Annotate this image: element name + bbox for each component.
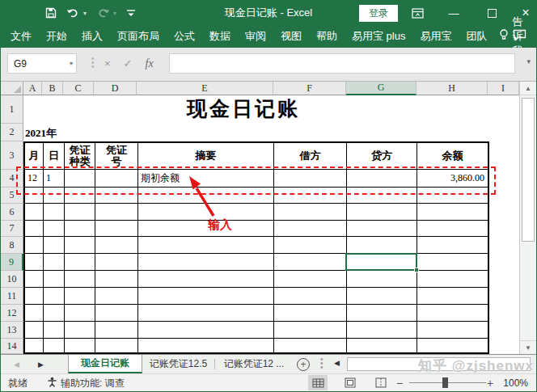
table-cell[interactable]: [95, 322, 138, 339]
view-normal-icon[interactable]: [308, 375, 328, 390]
table-cell[interactable]: [25, 339, 44, 354]
name-box-dropdown-icon[interactable]: ▾: [70, 60, 73, 67]
tab-help[interactable]: 帮助: [309, 25, 345, 48]
row-header-11[interactable]: 11: [1, 288, 23, 305]
tab-view[interactable]: 视图: [273, 25, 309, 48]
login-button[interactable]: 登录: [359, 5, 398, 22]
table-cell[interactable]: [347, 305, 417, 322]
table-cell[interactable]: [25, 254, 44, 271]
table-cell[interactable]: [138, 322, 274, 339]
table-cell[interactable]: [417, 254, 488, 271]
table-cell[interactable]: [65, 237, 95, 254]
vertical-scrollbar-thumb[interactable]: [522, 98, 535, 242]
table-cell[interactable]: [65, 254, 95, 271]
table-cell[interactable]: [138, 339, 274, 354]
table-cell[interactable]: [417, 288, 488, 305]
table-cell[interactable]: [44, 288, 65, 305]
row-header-14[interactable]: 14: [1, 339, 23, 354]
table-cell[interactable]: [95, 271, 138, 288]
table-cell[interactable]: [274, 237, 347, 254]
table-cell[interactable]: [274, 305, 347, 322]
formula-input[interactable]: [169, 53, 515, 74]
table-cell[interactable]: [417, 237, 488, 254]
row-header-7[interactable]: 7: [1, 221, 23, 237]
table-cell[interactable]: [44, 204, 65, 221]
view-page-layout-icon[interactable]: [340, 375, 360, 390]
sheet-tab-voucher-12[interactable]: 记账凭证12 ...: [216, 355, 292, 373]
hscroll-left-icon[interactable]: ◀: [334, 359, 340, 367]
column-header-a[interactable]: A: [23, 82, 42, 95]
row-header-9[interactable]: 9: [1, 254, 23, 271]
row-header-8[interactable]: 8: [1, 237, 23, 254]
table-cell[interactable]: [95, 221, 138, 237]
table-cell[interactable]: [95, 204, 138, 221]
sheet-tab-voucher-12-5[interactable]: 记账凭证12.5: [143, 355, 214, 373]
table-cell[interactable]: [95, 254, 138, 271]
table-cell[interactable]: [44, 339, 65, 354]
table-cell[interactable]: [417, 339, 488, 354]
tab-file[interactable]: 文件: [1, 25, 39, 48]
table-cell[interactable]: [138, 271, 274, 288]
tab-review[interactable]: 审阅: [238, 25, 273, 48]
row-header-10[interactable]: 10: [1, 271, 23, 288]
sheet-tab-cash-journal[interactable]: 现金日记账: [68, 355, 142, 373]
new-sheet-icon[interactable]: +: [297, 358, 310, 371]
tab-team[interactable]: 团队: [459, 25, 494, 48]
table-cell[interactable]: [138, 254, 274, 271]
column-header-b[interactable]: B: [42, 82, 63, 95]
table-cell[interactable]: [274, 288, 347, 305]
tab-formulas[interactable]: 公式: [167, 25, 202, 48]
row-header-6[interactable]: 6: [1, 204, 23, 221]
column-header-g[interactable]: G: [346, 82, 416, 95]
table-cell[interactable]: [347, 271, 417, 288]
table-cell[interactable]: [417, 322, 488, 339]
row-header-13[interactable]: 13: [1, 322, 23, 339]
table-cell[interactable]: [138, 288, 274, 305]
tab-yiyongbao-plus[interactable]: 易用宝 plus: [345, 25, 412, 48]
tab-yiyongbao[interactable]: 易用宝: [412, 25, 459, 48]
ribbon-display-options-icon[interactable]: [404, 1, 431, 25]
table-cell[interactable]: [65, 204, 95, 221]
scroll-down-icon[interactable]: ▼: [520, 340, 536, 354]
tab-home[interactable]: 开始: [39, 25, 74, 48]
table-cell[interactable]: [95, 305, 138, 322]
table-cell[interactable]: [347, 237, 417, 254]
row-header-2[interactable]: 2: [1, 124, 23, 141]
table-cell[interactable]: [95, 339, 138, 354]
table-cell[interactable]: [25, 237, 44, 254]
table-cell[interactable]: [95, 288, 138, 305]
table-cell[interactable]: [65, 288, 95, 305]
row-header-12[interactable]: 12: [1, 305, 23, 322]
vertical-scrollbar[interactable]: ▲ ▼: [519, 82, 536, 354]
table-cell[interactable]: [65, 271, 95, 288]
table-cell[interactable]: [44, 271, 65, 288]
column-header-h[interactable]: H: [416, 82, 488, 95]
tab-data[interactable]: 数据: [202, 25, 238, 48]
table-cell[interactable]: [417, 271, 488, 288]
expand-formula-bar-icon[interactable]: ▾: [526, 57, 531, 65]
table-cell[interactable]: [65, 305, 95, 322]
zoom-slider-thumb[interactable]: [442, 377, 448, 388]
comments-icon[interactable]: [513, 29, 526, 44]
accessibility-status[interactable]: 辅助功能: 调查: [47, 377, 125, 390]
selected-cell-g9[interactable]: [345, 253, 417, 271]
select-all-corner[interactable]: [1, 82, 23, 95]
table-cell[interactable]: [95, 237, 138, 254]
row-header-3[interactable]: 3: [1, 141, 23, 170]
table-cell[interactable]: [274, 322, 347, 339]
minimize-button[interactable]: —: [440, 1, 467, 25]
column-header-c[interactable]: C: [63, 82, 94, 95]
table-cell[interactable]: [274, 204, 347, 221]
column-header-i[interactable]: I: [488, 82, 519, 95]
view-page-break-icon[interactable]: [371, 375, 391, 390]
column-header-f[interactable]: F: [273, 82, 346, 95]
sheet-nav-prev-icon[interactable]: ◀: [14, 355, 19, 373]
scroll-up-icon[interactable]: ▲: [520, 82, 536, 95]
table-cell[interactable]: [347, 204, 417, 221]
table-cell[interactable]: [274, 339, 347, 354]
table-cell[interactable]: [65, 322, 95, 339]
table-cell[interactable]: [274, 271, 347, 288]
table-cell[interactable]: [44, 322, 65, 339]
tab-page-layout[interactable]: 页面布局: [110, 25, 167, 48]
table-cell[interactable]: [347, 339, 417, 354]
